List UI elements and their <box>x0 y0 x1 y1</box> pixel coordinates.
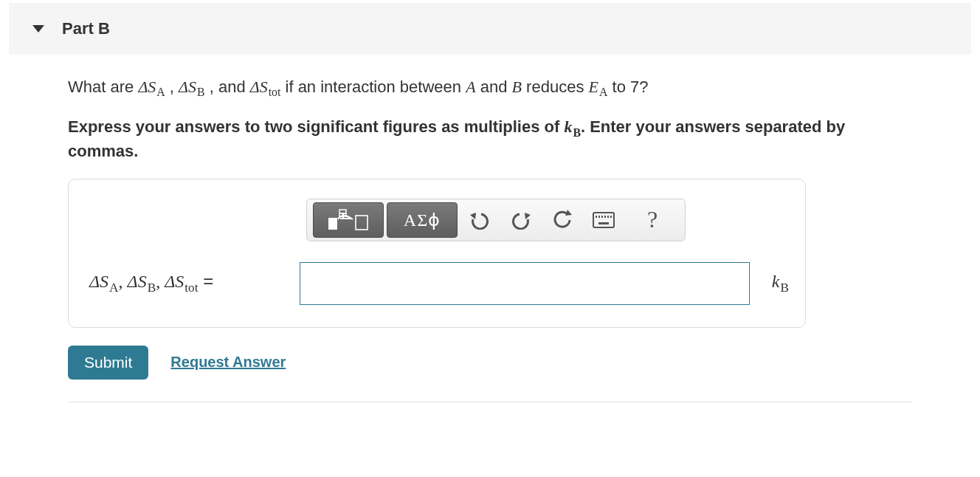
help-button[interactable]: ? <box>626 203 679 237</box>
part-title: Part B <box>62 19 110 38</box>
greek-icon: ΑΣϕ <box>404 210 441 230</box>
greek-symbols-button[interactable]: ΑΣϕ <box>387 202 458 238</box>
undo-button[interactable] <box>460 203 499 237</box>
sym-delta-S-B: ΔSB <box>179 78 204 96</box>
reset-icon <box>551 210 573 230</box>
sym-delta-S-tot: ΔStot <box>250 78 281 96</box>
question-text: What are ΔSA , ΔSB , and ΔStot if an int… <box>68 75 912 101</box>
redo-button[interactable] <box>502 203 540 237</box>
keyboard-button[interactable] <box>584 203 623 237</box>
undo-icon <box>469 210 491 230</box>
reset-button[interactable] <box>543 203 582 237</box>
answer-input[interactable] <box>300 262 750 305</box>
help-icon: ? <box>647 206 658 233</box>
sym-kB: kB <box>564 117 581 136</box>
sym-B: B <box>512 78 522 96</box>
answer-unit: kB <box>772 272 789 295</box>
collapse-icon[interactable] <box>32 25 44 32</box>
templates-icon <box>328 209 369 231</box>
q-lead: What are <box>68 78 138 96</box>
equation-toolbar: ΑΣϕ <box>306 199 686 241</box>
instructions-text: Express your answers to two significant … <box>68 116 912 162</box>
sym-delta-S-A: ΔSA <box>138 78 165 96</box>
section-divider <box>68 402 912 402</box>
sym-E-A: EA <box>589 78 608 96</box>
request-answer-link[interactable]: Request Answer <box>170 354 286 371</box>
answer-panel: ΑΣϕ <box>68 179 806 328</box>
part-header[interactable]: Part B <box>9 3 971 55</box>
svg-rect-2 <box>356 216 368 230</box>
redo-icon <box>510 210 532 230</box>
answer-lhs: ΔSA, ΔSB, ΔStot = <box>85 271 300 295</box>
submit-button[interactable]: Submit <box>68 346 148 380</box>
templates-button[interactable] <box>313 202 384 238</box>
svg-rect-0 <box>328 218 337 230</box>
sym-A: A <box>466 78 475 96</box>
keyboard-icon <box>593 212 615 228</box>
